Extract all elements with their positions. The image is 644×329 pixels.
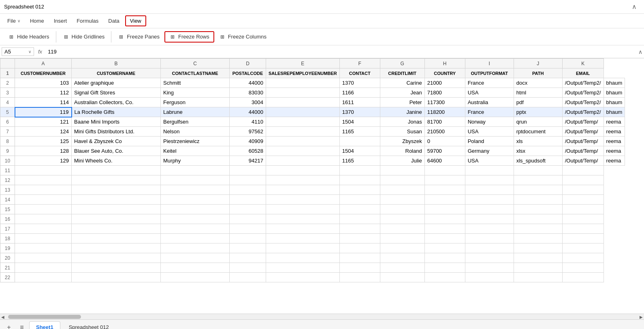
table-row[interactable]: 8125Havel & Zbyszek CoPiestrzeniewicz409…	[0, 137, 625, 146]
table-cell[interactable]: Baane Mini Imports	[72, 117, 161, 127]
empty-cell[interactable]	[465, 224, 514, 234]
table-cell[interactable]: qrun	[514, 117, 562, 127]
table-cell[interactable]: /Output/Temp/	[562, 117, 603, 127]
grid-scroll-area[interactable]: A B C D E F G H I J K 1 CUSTOMERNUMBER	[0, 58, 644, 314]
empty-cell[interactable]	[230, 185, 266, 195]
table-cell[interactable]	[266, 156, 340, 166]
table-cell[interactable]: xlsx	[514, 146, 562, 156]
col-header-f[interactable]: F	[339, 59, 380, 68]
table-cell[interactable]: Australian Collectors, Co.	[72, 98, 161, 107]
empty-cell[interactable]	[15, 224, 72, 234]
table-cell[interactable]: 1611	[339, 98, 380, 107]
table-cell[interactable]: bhaum	[603, 78, 625, 88]
empty-cell[interactable]	[562, 205, 603, 214]
table-cell[interactable]: Julie	[380, 156, 424, 166]
table-cell[interactable]: reema	[603, 117, 625, 127]
table-cell[interactable]: 94217	[230, 156, 266, 166]
empty-cell[interactable]	[380, 273, 424, 282]
empty-cell[interactable]	[424, 175, 465, 185]
empty-cell[interactable]	[339, 195, 380, 205]
empty-cell[interactable]	[424, 234, 465, 244]
empty-cell[interactable]	[230, 175, 266, 185]
table-cell[interactable]: reema	[603, 137, 625, 146]
empty-cell[interactable]	[514, 195, 562, 205]
col-header-k[interactable]: K	[562, 59, 603, 68]
table-cell[interactable]: 1504	[339, 146, 380, 156]
table-cell[interactable]: Nelson	[161, 127, 230, 137]
table-cell[interactable]	[339, 137, 380, 146]
empty-cell[interactable]	[230, 166, 266, 175]
empty-cell[interactable]	[72, 214, 161, 224]
empty-cell[interactable]	[339, 214, 380, 224]
table-cell[interactable]: Schmitt	[161, 78, 230, 88]
table-cell[interactable]: 1370	[339, 107, 380, 117]
table-cell[interactable]: 125	[15, 137, 72, 146]
table-cell[interactable]: Mini Gifts Distributors Ltd.	[72, 127, 161, 137]
empty-cell[interactable]	[161, 244, 230, 253]
empty-cell[interactable]	[465, 273, 514, 282]
table-cell[interactable]: 103	[15, 78, 72, 88]
table-cell[interactable]	[266, 146, 340, 156]
empty-cell[interactable]	[72, 185, 161, 195]
scroll-thumb[interactable]	[8, 315, 81, 319]
empty-cell[interactable]	[424, 263, 465, 273]
empty-cell[interactable]	[15, 166, 72, 175]
empty-cell[interactable]	[161, 166, 230, 175]
table-cell[interactable]: Piestrzeniewicz	[161, 137, 230, 146]
empty-cell[interactable]	[266, 195, 340, 205]
table-cell[interactable]: 64600	[424, 156, 465, 166]
menu-data[interactable]: Data	[104, 16, 123, 26]
empty-cell[interactable]	[562, 273, 603, 282]
empty-cell[interactable]	[339, 253, 380, 263]
empty-cell[interactable]	[230, 273, 266, 282]
empty-cell[interactable]	[15, 263, 72, 273]
table-cell[interactable]: Zbyszek	[380, 137, 424, 146]
empty-cell[interactable]	[72, 253, 161, 263]
empty-cell[interactable]	[465, 253, 514, 263]
sheets-menu-button[interactable]: ≡	[16, 322, 28, 329]
table-cell[interactable]: /Output/Temp/	[562, 127, 603, 137]
menu-formulas[interactable]: Formulas	[73, 16, 102, 26]
empty-cell[interactable]	[514, 214, 562, 224]
table-cell[interactable]: Bergulfsen	[161, 117, 230, 127]
empty-cell[interactable]	[266, 273, 340, 282]
empty-cell[interactable]	[266, 166, 340, 175]
table-cell[interactable]: 40909	[230, 137, 266, 146]
table-row[interactable]: 10129Mini Wheels Co.Murphy942171165Julie…	[0, 156, 625, 166]
empty-cell[interactable]	[266, 175, 340, 185]
table-cell[interactable]: 119	[15, 107, 72, 117]
empty-cell[interactable]	[465, 244, 514, 253]
empty-cell[interactable]	[161, 253, 230, 263]
table-cell[interactable]: 128	[15, 146, 72, 156]
empty-cell[interactable]	[266, 234, 340, 244]
empty-cell[interactable]	[230, 205, 266, 214]
empty-cell[interactable]	[339, 273, 380, 282]
empty-cell[interactable]	[339, 224, 380, 234]
empty-cell[interactable]	[266, 185, 340, 195]
empty-cell[interactable]	[514, 224, 562, 234]
formula-expand-icon[interactable]: ∧	[638, 49, 642, 55]
table-row[interactable]: 4114Australian Collectors, Co.Ferguson30…	[0, 98, 625, 107]
table-cell[interactable]: France	[465, 107, 514, 117]
empty-cell[interactable]	[161, 185, 230, 195]
empty-cell[interactable]	[424, 195, 465, 205]
table-cell[interactable]: 60528	[230, 146, 266, 156]
col-header-i[interactable]: I	[465, 59, 514, 68]
empty-cell[interactable]	[161, 214, 230, 224]
horizontal-scrollbar[interactable]: ◀ ▶	[0, 314, 644, 319]
table-cell[interactable]: Germany	[465, 146, 514, 156]
empty-cell[interactable]	[424, 244, 465, 253]
empty-cell[interactable]	[72, 195, 161, 205]
empty-cell[interactable]	[514, 185, 562, 195]
empty-cell[interactable]	[161, 273, 230, 282]
table-cell[interactable]: html	[514, 88, 562, 98]
empty-cell[interactable]	[230, 263, 266, 273]
empty-cell[interactable]	[380, 253, 424, 263]
table-cell[interactable]: bhaum	[603, 107, 625, 117]
table-cell[interactable]: xls_spudsoft	[514, 156, 562, 166]
table-cell[interactable]: Havel & Zbyszek Co	[72, 137, 161, 146]
empty-cell[interactable]	[230, 195, 266, 205]
table-cell[interactable]: bhaum	[603, 88, 625, 98]
empty-cell[interactable]	[562, 175, 603, 185]
table-cell[interactable]: /Output/Temp/	[562, 137, 603, 146]
